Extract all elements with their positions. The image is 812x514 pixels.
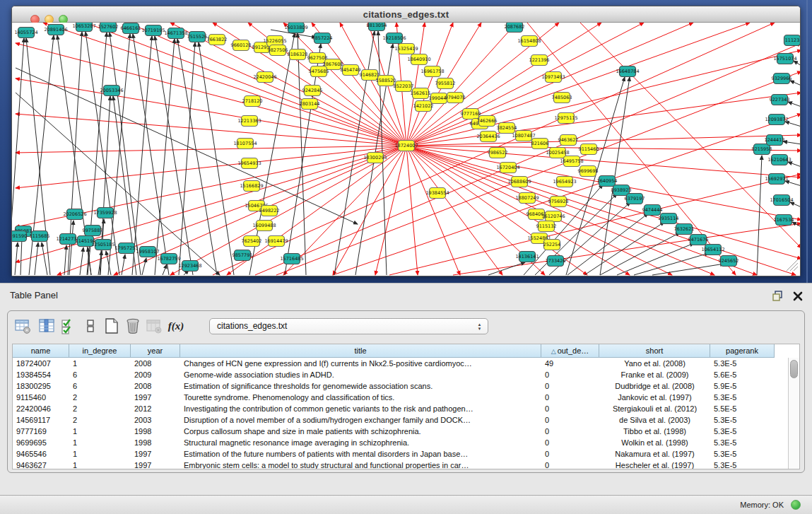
graph-node[interactable]: 9975887 (83, 226, 103, 236)
graph-node[interactable]: 12923468 (178, 261, 201, 271)
graph-node[interactable]: 18107554 (233, 139, 257, 149)
table-column-icon[interactable] (37, 317, 56, 335)
graph-node[interactable]: 12505185 (91, 240, 114, 250)
column-header-year[interactable]: year (131, 344, 180, 357)
graph-node[interactable]: 14671358 (164, 28, 187, 39)
graph-node[interactable]: 19384554 (425, 188, 449, 199)
graph-node[interactable]: 16961758 (420, 66, 444, 77)
graph-node[interactable]: 1562615 (411, 88, 431, 99)
new-document-icon[interactable] (102, 317, 121, 335)
graph-node[interactable]: 1640954 (597, 176, 618, 187)
table-selector-combobox[interactable]: citations_edges.txt ▲▼ (209, 318, 488, 334)
graph-node[interactable]: 16495758 (560, 156, 583, 167)
table-row[interactable]: 2242004622012Investigating the contribut… (13, 403, 788, 414)
graph-node[interactable]: 16120746 (541, 211, 565, 222)
graph-node[interactable]: 7955812 (435, 78, 456, 89)
graph-node[interactable]: 2935114 (659, 214, 679, 224)
float-panel-icon[interactable] (771, 289, 784, 302)
graph-node[interactable]: 16782759 (157, 254, 180, 264)
graph-node[interactable]: 1167534 (774, 215, 794, 226)
table-row[interactable]: 1938455462009Genome-wide association stu… (13, 369, 788, 380)
graph-node[interactable]: 18724007 (394, 141, 418, 151)
graph-node[interactable]: 391590 (12, 231, 27, 242)
graph-node[interactable]: 9474444 (642, 205, 663, 216)
graph-node[interactable]: 2087682 (505, 23, 525, 33)
graph-node[interactable]: 15692971 (765, 174, 788, 185)
graph-node[interactable]: 6379197 (625, 194, 645, 204)
graph-node[interactable]: 821606 (531, 139, 549, 149)
memory-status-indicator[interactable] (791, 500, 801, 510)
graph-node[interactable]: 19654933 (237, 158, 261, 169)
graph-node[interactable]: 9857791 (233, 250, 253, 261)
window-titlebar[interactable]: citations_edges.txt (12, 6, 800, 23)
graph-node[interactable]: 1221396 (529, 55, 550, 66)
table-row[interactable]: 969969511998Structural magnetic resonanc… (13, 437, 788, 448)
graph-node[interactable]: 7485063 (552, 93, 572, 103)
graph-node[interactable]: 19654923 (553, 177, 576, 187)
table-row[interactable]: 946554611997Estimation of the future num… (13, 448, 788, 460)
graph-node[interactable]: 16033809 (284, 23, 307, 33)
window-resize-grip[interactable] (787, 259, 798, 271)
graph-node[interactable]: 20891406 (44, 25, 67, 35)
graph-node[interactable]: 10973493 (541, 72, 565, 83)
table-row[interactable]: 1830029562008Estimation of significance … (13, 380, 788, 392)
rows-icon[interactable] (81, 317, 100, 335)
graph-node[interactable]: 11123 (784, 35, 801, 46)
graph-node[interactable]: 9115132 (536, 221, 557, 232)
graph-node[interactable]: 252254 (543, 240, 561, 250)
table-row[interactable]: 946362711997Embryonic stem cells: a mode… (13, 460, 788, 469)
graph-node[interactable]: 16154808 (517, 36, 541, 47)
scrollbar-thumb[interactable] (790, 360, 798, 378)
graph-node[interactable]: 7632621 (674, 224, 695, 235)
graph-node[interactable]: 8471676 (688, 235, 709, 245)
graph-node[interactable]: 7462666 (477, 116, 498, 127)
table-settings-icon[interactable] (13, 317, 32, 335)
graph-node[interactable]: 5498222 (259, 206, 280, 216)
graph-node[interactable]: 14055724 (14, 28, 37, 38)
graph-node[interactable]: 7625402 (242, 236, 262, 247)
graph-node[interactable]: 1733426 (546, 256, 566, 267)
graph-node[interactable]: 7986522 (488, 148, 508, 158)
graph-canvas[interactable]: 1405572420891406106532871527602646616110… (12, 23, 801, 276)
table-row[interactable]: 1456911722003Disruption of a novel membe… (13, 414, 788, 426)
graph-node[interactable]: 22420046 (253, 72, 276, 83)
graph-node[interactable]: 15716485 (280, 254, 303, 264)
graph-node[interactable]: 20053346 (100, 86, 123, 96)
graph-node[interactable]: 9699695 (578, 166, 599, 177)
close-panel-icon[interactable] (792, 289, 804, 302)
graph-node[interactable]: 15751074 (773, 54, 796, 64)
graph-node[interactable]: 16210643 (767, 155, 791, 165)
graph-node[interactable]: 9756928 (548, 197, 569, 207)
graph-node[interactable]: 7663822 (207, 35, 228, 45)
graph-node[interactable]: 16648784 (616, 66, 639, 77)
graph-node[interactable]: 9794078 (445, 93, 466, 103)
graph-node[interactable]: 9777169 (461, 109, 481, 119)
graph-node[interactable]: 2718120 (242, 96, 263, 107)
graph-node[interactable]: 1527602 (98, 23, 119, 33)
graph-node[interactable]: 9660128 (231, 40, 252, 51)
graph-node[interactable]: 17359928 (93, 208, 117, 218)
graph-node[interactable]: 15325419 (394, 44, 418, 54)
graph-node[interactable]: 10688609 (507, 177, 531, 187)
graph-node[interactable]: 8454749 (341, 65, 361, 76)
graph-node[interactable]: 18640910 (407, 54, 430, 65)
graph-node[interactable]: 12093872 (765, 115, 788, 125)
graph-node[interactable]: 2803144 (300, 99, 320, 110)
graph-node[interactable]: 7515526 (187, 32, 208, 42)
column-header-pagerank[interactable]: pagerank (710, 344, 775, 357)
graph-node[interactable]: 9245652 (719, 256, 739, 267)
graph-node[interactable]: 20206526 (63, 209, 86, 220)
graph-node[interactable]: 17016504 (770, 195, 793, 206)
graph-node[interactable]: 18300295 (363, 153, 387, 163)
graph-node[interactable]: 5475685 (309, 66, 329, 77)
graph-node[interactable]: 1421022 (413, 101, 434, 112)
graph-node[interactable]: 16914479 (264, 236, 288, 247)
graph-node[interactable]: 7857224 (312, 33, 333, 44)
graph-node[interactable]: 10653287 (72, 23, 95, 32)
graph-node[interactable]: 16720404 (496, 163, 519, 173)
graph-node[interactable]: 9329966 (772, 74, 792, 84)
table-vertical-scrollbar[interactable] (788, 358, 799, 469)
column-header-out_de[interactable]: △out_de… (541, 344, 599, 357)
table-row[interactable]: 1872400712008Changes of HCN gene express… (13, 358, 788, 369)
graph-node[interactable]: 9242845 (302, 86, 323, 96)
